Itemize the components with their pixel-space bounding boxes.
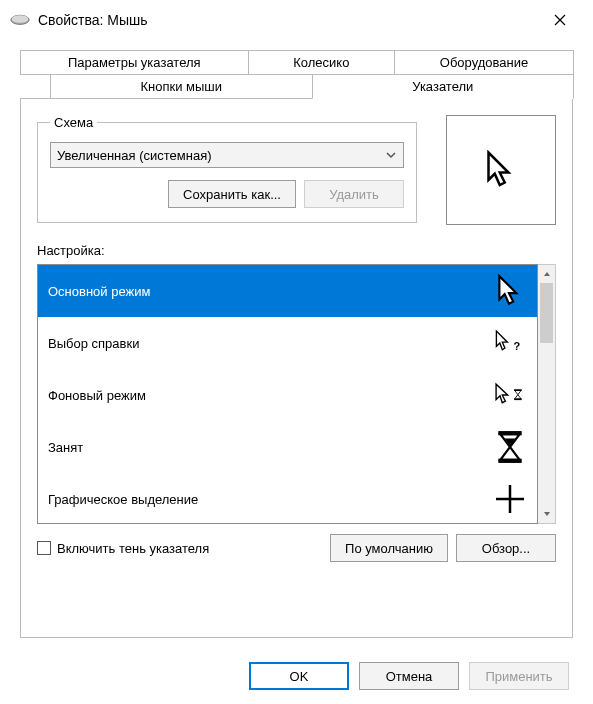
list-item[interactable]: Графическое выделение xyxy=(38,473,537,524)
tab-pointer-options[interactable]: Параметры указателя xyxy=(20,50,249,75)
list-item-label: Фоновый режим xyxy=(48,388,146,403)
cursor-preview xyxy=(446,115,556,225)
chevron-down-icon xyxy=(385,149,397,161)
ok-button[interactable]: OK xyxy=(249,662,349,690)
delete-button[interactable]: Удалить xyxy=(304,180,404,208)
scheme-combo[interactable]: Увеличенная (системная) xyxy=(50,142,404,168)
titlebar: Свойства: Мышь xyxy=(0,0,593,40)
scheme-legend: Схема xyxy=(50,115,97,130)
scheme-group: Схема Увеличенная (системная) Сохранить … xyxy=(37,115,417,223)
customize-label: Настройка: xyxy=(37,243,556,258)
hourglass-icon xyxy=(493,430,527,464)
scroll-thumb[interactable] xyxy=(540,283,553,343)
svg-point-1 xyxy=(12,15,29,22)
list-item[interactable]: Занят xyxy=(38,421,537,473)
scroll-up-icon[interactable] xyxy=(538,265,555,283)
checkbox-box xyxy=(37,541,51,555)
arrow-icon xyxy=(493,274,527,308)
list-item[interactable]: Основной режим xyxy=(38,265,537,317)
list-item-label: Выбор справки xyxy=(48,336,139,351)
tab-hardware[interactable]: Оборудование xyxy=(394,50,574,75)
scroll-track[interactable] xyxy=(538,343,555,505)
list-item-label: Занят xyxy=(48,440,83,455)
checkbox-label: Включить тень указателя xyxy=(57,541,209,556)
svg-text:?: ? xyxy=(513,340,520,352)
svg-rect-4 xyxy=(514,398,522,400)
close-icon xyxy=(554,14,566,26)
enable-shadow-checkbox[interactable]: Включить тень указателя xyxy=(37,541,209,556)
list-item-label: Графическое выделение xyxy=(48,492,198,507)
svg-rect-5 xyxy=(498,431,521,435)
arrow-hourglass-icon xyxy=(493,378,527,412)
scheme-selected: Увеличенная (системная) xyxy=(57,148,212,163)
svg-rect-3 xyxy=(514,389,522,391)
arrow-help-icon: ? xyxy=(493,326,527,360)
tab-strip: Параметры указателя Колесико Оборудовани… xyxy=(20,50,573,638)
svg-rect-6 xyxy=(498,459,521,463)
tab-wheel[interactable]: Колесико xyxy=(248,50,396,75)
tab-content-pointers: Схема Увеличенная (системная) Сохранить … xyxy=(20,98,573,638)
crosshair-icon xyxy=(493,482,527,516)
window-title: Свойства: Мышь xyxy=(38,12,537,28)
cursor-listbox[interactable]: Основной режим Выбор справки ? xyxy=(37,264,538,524)
defaults-button[interactable]: По умолчанию xyxy=(330,534,448,562)
close-button[interactable] xyxy=(537,4,583,36)
apply-button[interactable]: Применить xyxy=(469,662,569,690)
scrollbar[interactable] xyxy=(538,264,556,524)
mouse-properties-window: Свойства: Мышь Параметры указателя Колес… xyxy=(0,0,593,704)
list-item[interactable]: Выбор справки ? xyxy=(38,317,537,369)
tab-buttons[interactable]: Кнопки мыши xyxy=(50,74,313,99)
mouse-icon xyxy=(10,14,30,26)
list-item[interactable]: Фоновый режим xyxy=(38,369,537,421)
arrow-icon xyxy=(481,150,521,190)
scroll-down-icon[interactable] xyxy=(538,505,555,523)
tab-pointers[interactable]: Указатели xyxy=(312,74,575,99)
save-as-button[interactable]: Сохранить как... xyxy=(168,180,296,208)
dialog-footer: OK Отмена Применить xyxy=(249,662,569,690)
list-item-label: Основной режим xyxy=(48,284,150,299)
browse-button[interactable]: Обзор... xyxy=(456,534,556,562)
cancel-button[interactable]: Отмена xyxy=(359,662,459,690)
